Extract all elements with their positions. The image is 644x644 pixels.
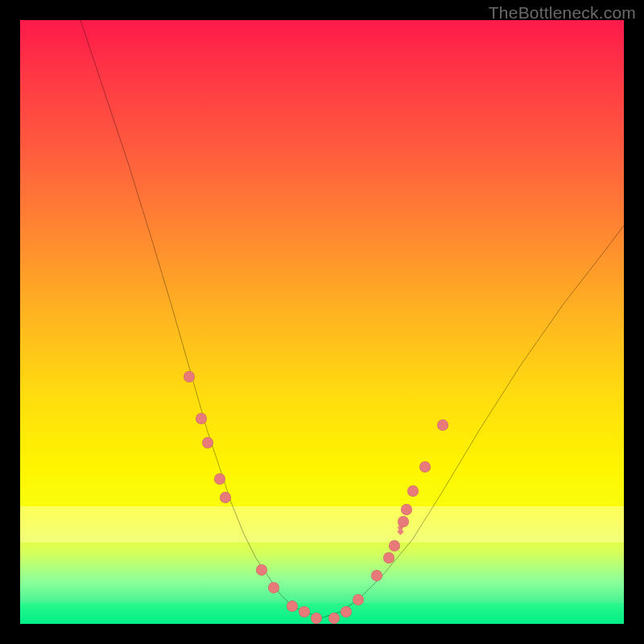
curve-marker: [371, 570, 382, 581]
curve-marker: [196, 413, 207, 424]
curve-marker: [407, 485, 419, 497]
curve-marker: [256, 564, 267, 576]
curve-marker: [202, 437, 213, 448]
curve-marker: [184, 371, 195, 382]
watermark-text: TheBottleneck.com: [489, 3, 636, 23]
curve-marker: [353, 594, 364, 605]
curve-marker: [383, 552, 394, 564]
curve-marker: [268, 582, 279, 593]
chart-stage: TheBottleneck.com: [0, 0, 644, 644]
curve-marker: [328, 613, 340, 624]
green-zone: [20, 603, 624, 624]
curve-marker: [220, 492, 231, 503]
soft-yellow-band: [20, 506, 624, 543]
curve-marker: [437, 419, 448, 431]
curve-marker: [419, 461, 431, 473]
curve-marker: [299, 606, 310, 617]
curve-marker: [401, 504, 412, 515]
curve-marker: [341, 606, 352, 617]
curve-marker: [311, 613, 322, 624]
curve-marker: [214, 473, 225, 485]
bottleneck-curve: [20, 20, 624, 624]
plot-area: [20, 20, 624, 624]
curve-marker: [389, 540, 400, 551]
curve-marker: [287, 601, 298, 612]
curve-marker: [398, 516, 409, 527]
